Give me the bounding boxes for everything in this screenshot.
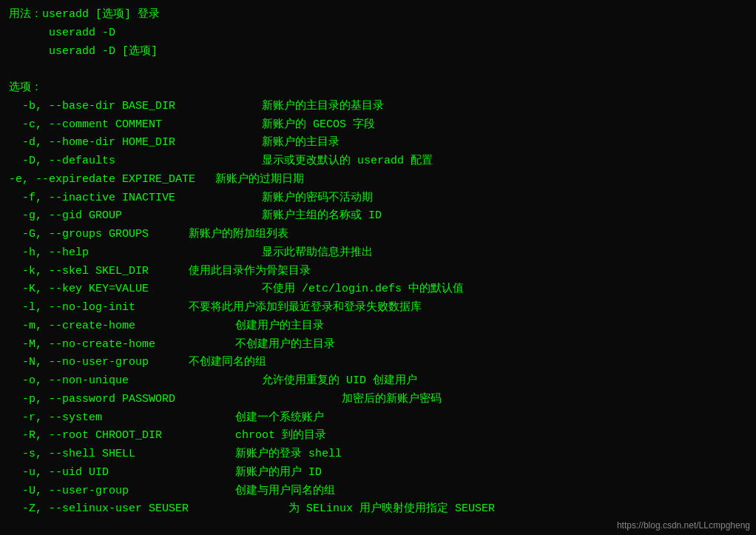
terminal-output: 用法：useradd [选项] 登录 useradd -D useradd -D…	[9, 6, 747, 519]
watermark: https://blog.csdn.net/LLcmpgheng	[617, 520, 750, 531]
